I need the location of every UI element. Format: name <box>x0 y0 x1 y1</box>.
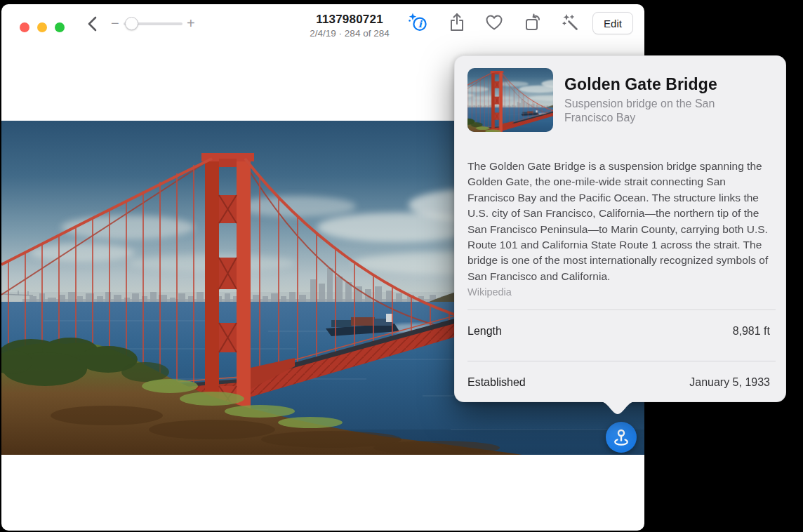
zoom-out-button[interactable]: − <box>111 13 119 33</box>
zoom-slider: − + <box>107 13 201 34</box>
svg-text:i: i <box>418 18 423 29</box>
close-window-button[interactable] <box>20 22 29 32</box>
zoom-slider-knob[interactable] <box>125 17 138 30</box>
lookup-popup: Golden Gate Bridge Suspension bridge on … <box>454 55 786 402</box>
sparkle-info-circle-icon: i <box>406 11 429 34</box>
divider <box>467 361 776 361</box>
minimize-window-button[interactable] <box>37 22 47 32</box>
lookup-subtitle: Suspension bridge on the San Francisco B… <box>564 97 740 125</box>
rotate-icon <box>523 13 543 32</box>
fact-value-length: 8,981 ft <box>733 325 770 338</box>
favorite-button[interactable] <box>482 10 507 35</box>
visual-lookup-landmark-button[interactable] <box>606 422 637 453</box>
wand-and-stars-icon <box>561 13 580 32</box>
popup-tail <box>600 401 635 415</box>
fact-label-length: Length <box>467 325 502 338</box>
fact-value-established: January 5, 1933 <box>689 376 770 389</box>
share-button[interactable] <box>444 10 470 35</box>
back-button[interactable] <box>83 14 102 34</box>
auto-enhance-button[interactable] <box>558 10 583 35</box>
wikipedia-source-link[interactable]: Wikipedia <box>467 286 512 298</box>
chevron-left-icon <box>85 14 100 34</box>
map-pin-and-ellipse-icon <box>611 427 632 448</box>
share-icon <box>448 12 466 33</box>
desktop-background: − + 1137980721 2/4/19 · 284 of 284 i <box>0 0 803 532</box>
zoom-in-button[interactable]: + <box>187 13 195 33</box>
zoom-window-button[interactable] <box>55 22 65 32</box>
divider <box>467 310 776 310</box>
lookup-description: The Golden Gate Bridge is a suspension b… <box>467 159 775 284</box>
fact-label-established: Established <box>467 376 526 389</box>
heart-icon <box>484 13 504 32</box>
visual-lookup-info-button[interactable]: i <box>405 10 430 35</box>
lookup-thumbnail <box>467 68 553 132</box>
edit-button[interactable]: Edit <box>592 12 633 34</box>
rotate-button[interactable] <box>520 10 545 35</box>
lookup-title: Golden Gate Bridge <box>564 75 717 94</box>
